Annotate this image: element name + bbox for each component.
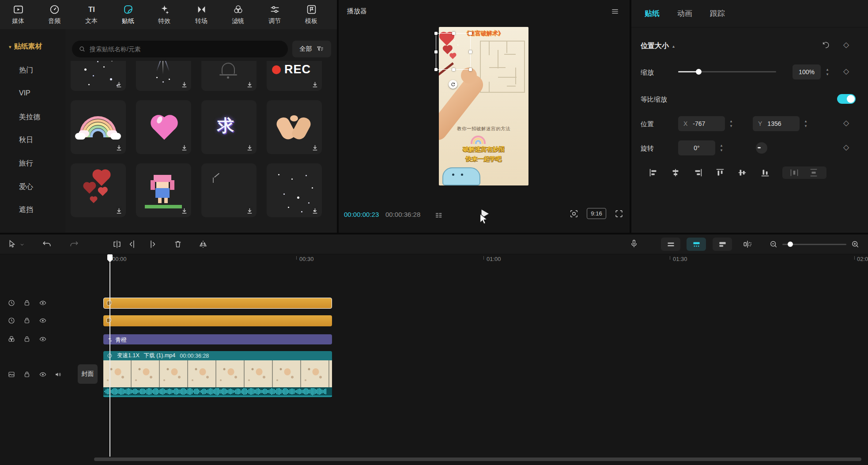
sticker-item-hands[interactable]: [267, 100, 322, 154]
track2-visibility-icon[interactable]: [39, 317, 47, 325]
sticker-item-pixel-girl[interactable]: [136, 163, 191, 217]
nav-template[interactable]: 模板: [298, 4, 325, 25]
filter-funnel-icon[interactable]: [316, 45, 324, 53]
cover-button[interactable]: 封面: [78, 364, 98, 384]
select-tool-chevron-icon[interactable]: [19, 242, 25, 247]
sticker-item-faint-mark[interactable]: [201, 163, 257, 217]
video-clip[interactable]: 变速1.1X 下载 (1).mp4 00:00:36:28: [103, 351, 332, 397]
track4-visibility-icon[interactable]: [39, 370, 47, 378]
sticker-item-sparkles[interactable]: [71, 61, 126, 91]
download-icon[interactable]: [311, 207, 319, 215]
undo-button[interactable]: [42, 239, 52, 249]
tab-tracking[interactable]: 跟踪: [710, 8, 725, 19]
download-icon[interactable]: [115, 144, 123, 151]
search-bar[interactable]: [72, 41, 288, 57]
sidebar-item-sticker-materials[interactable]: ▾贴纸素材: [9, 42, 42, 51]
track-view-expand-button[interactable]: [713, 238, 732, 251]
align-right-button[interactable]: [693, 168, 703, 178]
section-position-size[interactable]: 位置大小 ▴: [641, 42, 675, 51]
download-icon[interactable]: [181, 207, 188, 215]
distribute-vertical-button[interactable]: [809, 168, 819, 178]
redo-button[interactable]: [69, 239, 79, 249]
delete-button[interactable]: [173, 239, 183, 249]
nav-adjust[interactable]: 调节: [261, 4, 288, 25]
align-left-button[interactable]: [649, 168, 658, 178]
selection-handle[interactable]: [469, 68, 472, 71]
track1-visibility-icon[interactable]: [39, 299, 47, 307]
download-icon[interactable]: [115, 81, 123, 88]
sidebar-item-hot[interactable]: 热门: [19, 66, 33, 75]
position-x-field[interactable]: X -767: [678, 116, 725, 131]
player-menu-icon[interactable]: [611, 7, 619, 15]
selection-handle[interactable]: [434, 32, 438, 35]
reset-button[interactable]: [821, 41, 830, 49]
track2-type-icon[interactable]: [8, 317, 15, 325]
fullscreen-icon[interactable]: [614, 209, 624, 219]
keyframe-diamond-section[interactable]: ◇: [843, 41, 849, 49]
sidebar-item-love[interactable]: 爱心: [19, 182, 33, 192]
zoom-in-button[interactable]: [851, 240, 860, 249]
align-top-button[interactable]: [715, 168, 725, 178]
keyframe-diamond-rotation[interactable]: ◇: [843, 144, 849, 151]
selection-handle[interactable]: [434, 68, 438, 71]
download-icon[interactable]: [311, 144, 319, 151]
scale-slider-knob[interactable]: [696, 69, 702, 75]
track3-visibility-icon[interactable]: [39, 335, 47, 343]
tab-sticker[interactable]: 贴纸: [645, 8, 660, 19]
selection-handle[interactable]: [452, 32, 455, 35]
track-view-thumbnail-button[interactable]: [687, 238, 706, 251]
search-input[interactable]: [90, 41, 284, 57]
keyframe-diamond-position[interactable]: ◇: [843, 119, 849, 127]
sidebar-item-vip[interactable]: VIP: [19, 89, 30, 97]
selection-handle[interactable]: [469, 32, 472, 35]
track3-type-icon[interactable]: [8, 335, 15, 343]
track1-type-icon[interactable]: [8, 299, 15, 307]
download-icon[interactable]: [115, 207, 123, 215]
download-icon[interactable]: [246, 144, 253, 151]
aspect-ratio-button[interactable]: 9:16: [587, 208, 606, 219]
timeline-zoom-slider[interactable]: [782, 241, 846, 247]
align-center-horizontal-button[interactable]: [671, 168, 680, 178]
effect-clip[interactable]: 青橙: [103, 334, 332, 344]
record-voiceover-button[interactable]: [629, 239, 639, 249]
playhead[interactable]: [107, 254, 113, 260]
scale-stepper[interactable]: ▴▾: [824, 64, 831, 79]
selection-handle[interactable]: [452, 68, 455, 71]
adjust-panel-button[interactable]: [743, 239, 752, 249]
selection-handle[interactable]: [434, 50, 438, 53]
zoom-slider-knob[interactable]: [788, 242, 793, 247]
track2-lock-icon[interactable]: [23, 317, 31, 325]
mirror-button[interactable]: [198, 239, 208, 249]
nav-media[interactable]: 媒体: [5, 4, 31, 25]
position-x-stepper[interactable]: ▴▾: [728, 116, 735, 131]
timeline-horizontal-scrollbar[interactable]: [94, 457, 861, 461]
sticker-item-rainbow[interactable]: [71, 100, 126, 154]
nav-sticker[interactable]: 贴纸: [115, 4, 141, 25]
sidebar-item-cover[interactable]: 遮挡: [19, 205, 33, 215]
scale-slider[interactable]: [678, 68, 776, 76]
sticker-clip-1[interactable]: [103, 298, 332, 309]
keyframe-diamond-scale[interactable]: ◇: [843, 68, 849, 75]
sticker-clip-2[interactable]: [103, 315, 332, 326]
rotate-handle[interactable]: [449, 80, 457, 89]
position-y-stepper[interactable]: ▴▾: [802, 116, 809, 131]
align-bottom-button[interactable]: [760, 168, 770, 178]
filter-all-button[interactable]: 全部: [300, 45, 312, 53]
align-center-vertical-button[interactable]: [737, 168, 747, 178]
nav-transition[interactable]: 转场: [188, 4, 215, 25]
rotation-value-field[interactable]: 0°: [678, 140, 715, 155]
rotation-stepper[interactable]: ▴▾: [718, 140, 725, 155]
select-tool-button[interactable]: [7, 239, 17, 249]
scale-value-field[interactable]: 100%: [793, 64, 821, 79]
trim-left-button[interactable]: [128, 239, 138, 249]
sticker-item-star-dots[interactable]: [267, 163, 322, 217]
download-icon[interactable]: [246, 81, 253, 88]
distribute-horizontal-button[interactable]: [789, 168, 799, 178]
download-icon[interactable]: [181, 144, 188, 151]
sticker-item-qiu-text[interactable]: 求: [201, 100, 257, 154]
sidebar-item-maillard[interactable]: 美拉德: [19, 113, 40, 122]
uniform-scale-toggle[interactable]: [837, 94, 856, 104]
track4-volume-icon[interactable]: [54, 370, 62, 378]
zoom-out-button[interactable]: [769, 240, 778, 249]
nav-text[interactable]: TI文本: [78, 4, 105, 25]
